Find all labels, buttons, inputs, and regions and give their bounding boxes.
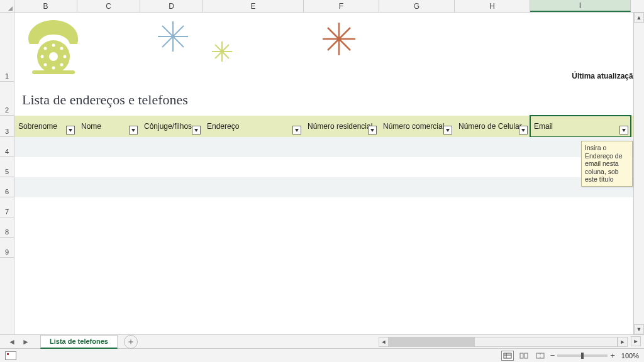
th-cell-phone[interactable]: Número de Celular: [455, 116, 530, 137]
column-header-row: B C D E F G H I: [0, 0, 644, 13]
svg-point-9: [44, 47, 47, 50]
svg-point-2: [52, 44, 55, 47]
svg-rect-23: [504, 353, 511, 358]
row-header-7[interactable]: 7: [0, 197, 14, 217]
th-surname[interactable]: Sobrenome: [14, 116, 77, 137]
select-all-corner[interactable]: [0, 0, 14, 12]
filter-surname-icon[interactable]: [66, 126, 75, 134]
svg-point-1: [49, 52, 58, 61]
th-email[interactable]: Email: [530, 116, 631, 137]
row-header-3[interactable]: 3: [0, 116, 14, 137]
hscroll-left-button[interactable]: ◄: [379, 337, 389, 347]
svg-point-7: [44, 63, 47, 67]
zoom-track[interactable]: [557, 354, 608, 357]
svg-point-3: [60, 47, 64, 50]
zoom-in-button[interactable]: +: [610, 351, 615, 360]
col-header-E[interactable]: E: [203, 0, 304, 12]
row-header-col: 1 2 3 4 5 6 7 8 9: [0, 13, 14, 334]
th-address[interactable]: Endereço: [203, 116, 304, 137]
last-update-label: Última atualização:: [572, 72, 640, 80]
page-title: Lista de endereços e telefones: [22, 92, 188, 108]
th-work-phone-label: Número comercial: [383, 122, 444, 131]
view-page-break-button[interactable]: [534, 351, 547, 361]
svg-rect-26: [520, 353, 523, 358]
th-cell-phone-label: Número de Celular: [458, 122, 522, 131]
table-row[interactable]: [14, 137, 644, 157]
th-spouse[interactable]: Cônjuge/filhos: [140, 116, 203, 137]
filter-name-icon[interactable]: [129, 126, 138, 134]
row-header-2[interactable]: 2: [0, 82, 14, 116]
cells-area[interactable]: Última atualização: Lista de endereços e…: [14, 13, 644, 334]
row-header-9[interactable]: 9: [0, 238, 14, 258]
filter-cell-phone-icon[interactable]: [519, 126, 528, 134]
filter-address-icon[interactable]: [292, 126, 301, 134]
zoom-out-button[interactable]: −: [550, 351, 555, 360]
hscroll-end-button[interactable]: ►: [631, 336, 641, 346]
tooltip-email-hint: Insira o Endereço de email nesta coluna,…: [581, 141, 633, 187]
row-header-4[interactable]: 4: [0, 137, 14, 157]
th-email-label: Email: [534, 122, 553, 131]
grid-body: 1 2 3 4 5 6 7 8 9: [0, 13, 644, 334]
row-header-1[interactable]: 1: [0, 13, 14, 82]
hscroll-thumb[interactable]: [389, 337, 475, 346]
scroll-up-button[interactable]: ▲: [634, 13, 644, 23]
th-name[interactable]: Nome: [77, 116, 140, 137]
view-page-layout-button[interactable]: [518, 351, 530, 361]
table-header-row: Sobrenome Nome Cônjuge/filhos Endereço N…: [14, 116, 644, 137]
filter-work-phone-icon[interactable]: [443, 126, 452, 134]
col-header-H[interactable]: H: [455, 0, 530, 12]
filter-home-phone-icon[interactable]: [368, 126, 377, 134]
row-header-8[interactable]: 8: [0, 217, 14, 238]
th-home-phone[interactable]: Número residencial: [304, 116, 379, 137]
svg-point-5: [60, 63, 64, 67]
table-row[interactable]: [14, 177, 644, 197]
hscroll-right-button[interactable]: ►: [618, 337, 628, 347]
spreadsheet-app: B C D E F G H I 1 2 3 4 5 6 7 8 9: [0, 0, 644, 362]
col-header-C[interactable]: C: [77, 0, 140, 12]
col-header-F[interactable]: F: [304, 0, 379, 12]
sheet-tab-active[interactable]: Lista de telefones: [40, 335, 118, 349]
sheet-tab-strip: ◄ ► Lista de telefones ＋ ⋮ ◄ ► ►: [0, 334, 644, 348]
col-header-D[interactable]: D: [140, 0, 203, 12]
hscroll-track[interactable]: [389, 337, 618, 347]
header-art: [14, 13, 644, 82]
svg-rect-27: [525, 353, 528, 358]
th-name-label: Nome: [81, 122, 101, 131]
add-sheet-button[interactable]: ＋: [124, 335, 138, 349]
svg-point-6: [52, 67, 55, 70]
zoom-thumb[interactable]: [581, 353, 584, 359]
vscroll-track[interactable]: [634, 23, 644, 324]
th-surname-label: Sobrenome: [18, 122, 57, 131]
svg-rect-10: [32, 70, 75, 74]
filter-spouse-icon[interactable]: [192, 126, 201, 134]
tab-nav-prev[interactable]: ◄: [6, 336, 18, 348]
th-home-phone-label: Número residencial: [308, 122, 372, 131]
col-header-I[interactable]: I: [530, 0, 631, 12]
svg-point-4: [64, 55, 67, 58]
svg-point-8: [41, 55, 44, 58]
filter-email-icon[interactable]: [619, 126, 628, 134]
tab-nav-next[interactable]: ►: [20, 336, 31, 348]
macro-record-icon[interactable]: [5, 351, 16, 360]
th-work-phone[interactable]: Número comercial: [379, 116, 455, 137]
view-normal-button[interactable]: [501, 351, 514, 361]
col-header-B[interactable]: B: [14, 0, 77, 12]
zoom-percent[interactable]: 100%: [619, 352, 639, 359]
row-header-5[interactable]: 5: [0, 157, 14, 177]
status-bar: − + 100%: [0, 348, 644, 362]
th-spouse-label: Cônjuge/filhos: [144, 122, 192, 131]
vertical-scrollbar[interactable]: ▲ ▼: [633, 13, 644, 334]
row-header-6[interactable]: 6: [0, 177, 14, 197]
th-address-label: Endereço: [207, 122, 239, 131]
col-header-G[interactable]: G: [379, 0, 455, 12]
table-row[interactable]: [14, 157, 644, 177]
zoom-slider[interactable]: − +: [550, 351, 615, 360]
horizontal-scrollbar[interactable]: ◄ ►: [379, 336, 628, 347]
scroll-down-button[interactable]: ▼: [634, 324, 644, 334]
